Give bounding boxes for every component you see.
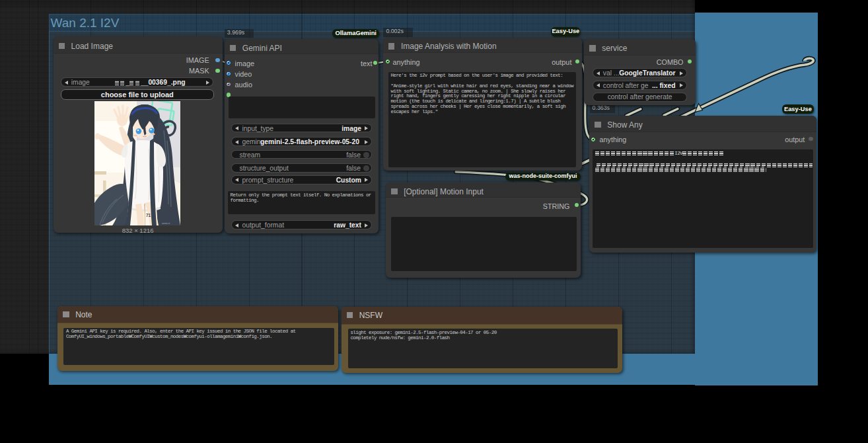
svg-text:anmi.rt: anmi.rt: [162, 222, 170, 225]
svg-text:717: 717: [146, 213, 153, 218]
